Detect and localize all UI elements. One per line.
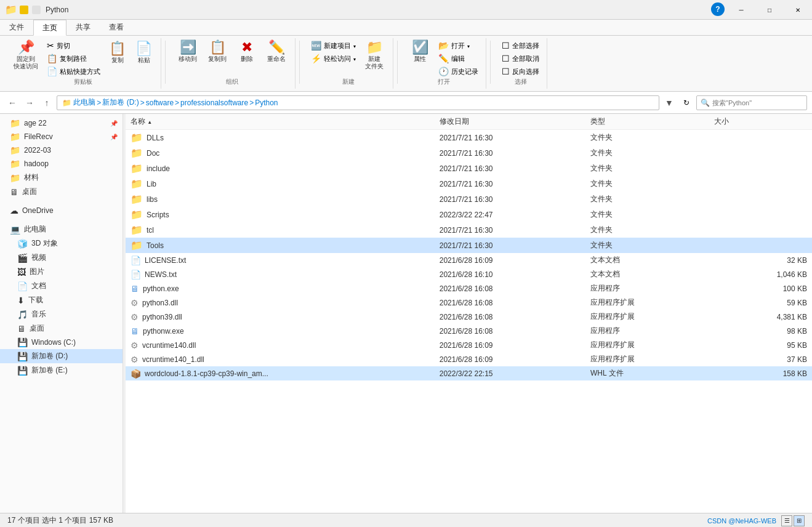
rename-button[interactable]: ✏️ 重命名	[263, 38, 290, 65]
table-row[interactable]: ⚙python3.dll 2021/6/28 16:08 应用程序扩展 59 K…	[126, 296, 812, 310]
address-path[interactable]: 📁 此电脑 > 新加卷 (D:) > software > profession…	[57, 95, 659, 110]
col-type[interactable]: 类型	[585, 114, 709, 130]
copy-label: 复制	[111, 57, 124, 64]
tab-share[interactable]: 共享	[66, 20, 100, 35]
search-box[interactable]: 🔍	[696, 95, 807, 110]
refresh-button[interactable]: ↻	[679, 95, 694, 110]
file-area[interactable]: 名称 ▲ 修改日期 类型 大小 📁DLLs 2021/7/21 16:30 文件…	[126, 114, 812, 513]
ribbon-group-organize: ➡️ 移动到 📋 复制到 ✖ 删除 ✏️ 重命名 组织	[169, 38, 295, 89]
search-input[interactable]	[712, 99, 803, 107]
cut-button[interactable]: ✂ 剪切	[44, 39, 103, 52]
forward-button[interactable]: →	[22, 95, 37, 110]
path-dropdown-button[interactable]: ▼	[662, 95, 677, 110]
path-pc[interactable]: 此电脑	[73, 97, 95, 108]
table-row[interactable]: 🖥python.exe 2021/6/28 16:08 应用程序 100 KB	[126, 281, 812, 296]
file-name: LICENSE.txt	[145, 256, 186, 265]
sidebar-item-materials[interactable]: 📁 材料	[0, 171, 123, 185]
table-header: 名称 ▲ 修改日期 类型 大小	[126, 114, 812, 130]
path-software[interactable]: software	[146, 99, 174, 107]
tab-home[interactable]: 主页	[33, 20, 66, 36]
sidebar-item-desktop[interactable]: 🖥 桌面	[0, 185, 123, 199]
sidebar-item-hadoop[interactable]: 📁 hadoop	[0, 157, 123, 171]
table-row[interactable]: 📁DLLs 2021/7/21 16:30 文件夹	[126, 130, 812, 146]
back-button[interactable]: ←	[5, 95, 20, 110]
table-row[interactable]: 📁Scripts 2022/3/22 22:47 文件夹	[126, 207, 812, 222]
cell-name: ⚙python39.dll	[126, 310, 435, 324]
invert-selection-button[interactable]: ☐ 反向选择	[499, 65, 542, 78]
cell-type: 文本文档	[585, 253, 709, 267]
paste-button[interactable]: 📄 粘贴	[132, 39, 156, 66]
ribbon-group-new: 🆕 新建项目 ▾ ⚡ 轻松访问 ▾ 📁 新建文件夹 新建	[303, 38, 393, 89]
sidebar-label: 材料	[24, 172, 39, 183]
cell-name: 📁Tools	[126, 238, 435, 253]
path-d[interactable]: 新加卷 (D:)	[102, 97, 139, 108]
table-row[interactable]: 📄NEWS.txt 2021/6/28 16:10 文本文档 1,046 KB	[126, 267, 812, 281]
table-row[interactable]: 📁Tools 2021/7/21 16:30 文件夹	[126, 238, 812, 253]
edit-button[interactable]: ✏️ 编辑	[436, 52, 481, 65]
sidebar-item-videos[interactable]: 🎬 视频	[0, 251, 123, 265]
tab-file[interactable]: 文件	[0, 20, 33, 35]
paste-shortcut-button[interactable]: 📄 粘贴快捷方式	[44, 65, 103, 78]
table-row[interactable]: 🖥pythonw.exe 2021/6/28 16:08 应用程序 98 KB	[126, 324, 812, 338]
new-folder-button[interactable]: 📁 新建文件夹	[361, 38, 388, 73]
up-button[interactable]: ↑	[39, 95, 54, 110]
table-row[interactable]: 📁libs 2021/7/21 16:30 文件夹	[126, 191, 812, 207]
select-all-icon: ☐	[502, 41, 510, 50]
table-row[interactable]: ⚙python39.dll 2021/6/28 16:08 应用程序扩展 4,3…	[126, 310, 812, 324]
sidebar-item-d-drive[interactable]: 💾 新加卷 (D:)	[0, 349, 123, 363]
col-size[interactable]: 大小	[709, 114, 812, 130]
help-button[interactable]: ?	[711, 2, 725, 16]
sidebar-item-music[interactable]: 🎵 音乐	[0, 307, 123, 321]
sidebar-item-2022-03[interactable]: 📁 2022-03	[0, 143, 123, 157]
open-button[interactable]: 📂 打开 ▾	[436, 39, 481, 52]
sidebar-item-3d[interactable]: 🧊 3D 对象	[0, 236, 123, 251]
sidebar-label: 桌面	[30, 323, 44, 334]
maximize-button[interactable]: □	[755, 0, 784, 20]
table-row[interactable]: ⚙vcruntime140_1.dll 2021/6/28 16:09 应用程序…	[126, 352, 812, 366]
sidebar-item-this-pc[interactable]: 💻 此电脑	[0, 222, 123, 236]
sidebar-item-win-c[interactable]: 💾 Windows (C:)	[0, 336, 123, 349]
table-row[interactable]: 📁tcl 2021/7/21 16:30 文件夹	[126, 222, 812, 238]
history-button[interactable]: 🕐 历史记录	[436, 65, 481, 78]
list-view-button[interactable]: ☰	[781, 515, 792, 526]
table-row[interactable]: 📁Doc 2021/7/21 16:30 文件夹	[126, 145, 812, 161]
select-all-label: 全部选择	[512, 41, 539, 50]
table-row[interactable]: 📄LICENSE.txt 2021/6/28 16:09 文本文档 32 KB	[126, 253, 812, 267]
copy-button[interactable]: 📋 复制	[105, 39, 129, 66]
sidebar-item-downloads[interactable]: ⬇ 下载	[0, 293, 123, 307]
sidebar-item-e-drive[interactable]: 💾 新加卷 (E:)	[0, 363, 123, 377]
table-row[interactable]: 📦wordcloud-1.8.1-cp39-cp39-win_am... 202…	[126, 366, 812, 380]
path-python[interactable]: Python	[255, 99, 278, 107]
sidebar-item-pictures[interactable]: 🖼 图片	[0, 265, 123, 279]
properties-button[interactable]: ☑️ 属性	[406, 38, 433, 65]
sidebar-item-age22[interactable]: 📁 age 22 📌	[0, 116, 123, 130]
table-row[interactable]: ⚙vcruntime140.dll 2021/6/28 16:09 应用程序扩展…	[126, 338, 812, 352]
sidebar-item-onedrive[interactable]: ☁ OneDrive	[0, 204, 123, 217]
pin-icon: 📌	[18, 41, 34, 54]
tab-view[interactable]: 查看	[100, 20, 133, 35]
select-none-button[interactable]: ☐ 全部取消	[499, 52, 542, 65]
detail-view-button[interactable]: ⊞	[794, 515, 805, 526]
select-all-button[interactable]: ☐ 全部选择	[499, 39, 542, 52]
col-name[interactable]: 名称 ▲	[126, 114, 435, 130]
copy-path-button[interactable]: 📋 复制路径	[44, 52, 103, 65]
path-professionalsoftware[interactable]: professionalsoftware	[180, 99, 248, 107]
delete-button[interactable]: ✖ 删除	[233, 38, 260, 65]
move-to-button[interactable]: ➡️ 移动到	[174, 38, 201, 65]
sidebar-item-desktop2[interactable]: 🖥 桌面	[0, 321, 123, 336]
cell-name: 📁Doc	[126, 145, 435, 161]
table-row[interactable]: 📁include 2021/7/21 16:30 文件夹	[126, 161, 812, 176]
col-date[interactable]: 修改日期	[435, 114, 585, 130]
sidebar-label: 此电脑	[24, 224, 46, 235]
sidebar-item-filerecv[interactable]: 📁 FileRecv 📌	[0, 130, 123, 143]
easy-access-button[interactable]: ⚡ 轻松访问 ▾	[308, 52, 358, 65]
copy-to-button[interactable]: 📋 复制到	[204, 38, 231, 65]
pin-button[interactable]: 📌 固定到快速访问	[10, 38, 42, 73]
sidebar-item-documents[interactable]: 📄 文档	[0, 279, 123, 293]
table-row[interactable]: 📁Lib 2021/7/21 16:30 文件夹	[126, 176, 812, 191]
open-icon: 📂	[438, 41, 449, 50]
file-name: include	[147, 164, 170, 173]
minimize-button[interactable]: ─	[727, 0, 755, 20]
new-item-button[interactable]: 🆕 新建项目 ▾	[308, 39, 358, 52]
close-button[interactable]: ✕	[784, 0, 812, 20]
